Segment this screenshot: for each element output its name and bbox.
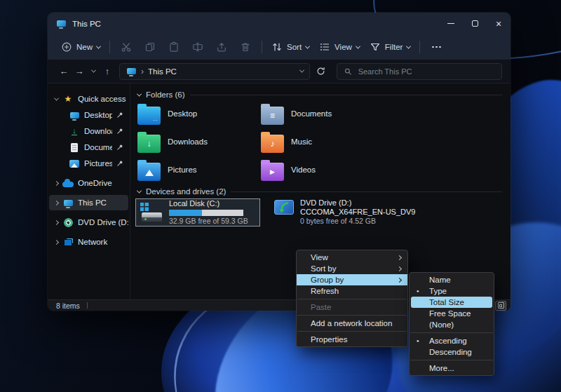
menu-separator (410, 332, 493, 333)
filter-button[interactable]: Filter (365, 38, 416, 56)
collapse-chevron-icon[interactable] (137, 91, 142, 96)
back-button[interactable]: ← (56, 66, 72, 76)
this-pc-icon (55, 20, 67, 27)
search-box[interactable] (337, 63, 502, 80)
paste-button[interactable] (164, 38, 184, 56)
up-button[interactable]: ↑ (100, 66, 115, 76)
copy-button[interactable] (140, 38, 160, 56)
large-icons-view-button[interactable] (495, 301, 506, 311)
network-icon (62, 238, 74, 246)
folder-pictures-icon (137, 163, 161, 181)
menu-item-label: View (311, 253, 328, 262)
folder-tile-pictures[interactable]: Pictures (137, 158, 261, 186)
cut-button[interactable] (116, 38, 136, 56)
drives-section-title: Devices and drives (2) (146, 187, 226, 196)
menu-item-label: (None) (429, 320, 454, 329)
menu-item-more[interactable]: More... (410, 363, 494, 374)
chevron-right-icon[interactable] (54, 239, 59, 244)
folder-desktop-icon: ∙∙ (137, 107, 161, 125)
menu-item-refresh[interactable]: Refresh (297, 285, 407, 297)
menu-item-add-a-network-location[interactable]: Add a network location (297, 318, 407, 329)
view-button[interactable]: View (314, 38, 365, 56)
chevron-right-icon[interactable] (54, 219, 59, 224)
chevron-down-icon[interactable] (299, 68, 304, 73)
menu-item-group-by[interactable]: Group by (297, 274, 407, 285)
delete-button[interactable] (236, 38, 255, 56)
sidebar-item-label: Documents (84, 143, 112, 151)
menu-item-label: More... (429, 364, 454, 372)
maximize-button[interactable] (463, 13, 487, 34)
folder-tile-downloads[interactable]: ↓Downloads (137, 130, 261, 158)
folder-tile-videos[interactable]: ▶Videos (261, 158, 384, 186)
sidebar-item-documents[interactable]: Documents (49, 140, 128, 155)
sidebar-item-desktop[interactable]: Desktop (49, 107, 128, 123)
radio-dot-icon: ● (417, 289, 419, 293)
menu-item-total-size[interactable]: Total Size (411, 297, 492, 308)
menu-item-none[interactable]: (None) (410, 319, 494, 330)
capacity-bar-fill (169, 210, 202, 216)
item-count: 8 items (56, 302, 80, 310)
titlebar[interactable]: This PC × (48, 13, 511, 34)
folder-tile-music[interactable]: ♪Music (261, 130, 384, 158)
chevron-right-icon[interactable] (54, 200, 59, 205)
folder-tile-label: Desktop (168, 109, 197, 118)
drive-tile-dvd-drive-d[interactable]: DVD Drive (D:)CCCOMA_X64FRE_EN-US_DV90 b… (274, 198, 415, 226)
sidebar-item-network[interactable]: Network (49, 234, 128, 250)
sidebar-item-onedrive[interactable]: OneDrive (49, 175, 128, 191)
command-bar: New Sort View Filter (48, 34, 511, 60)
search-icon (344, 67, 353, 76)
share-button[interactable] (212, 38, 231, 56)
chevron-down-icon[interactable] (54, 95, 59, 100)
sidebar-item-label: Pictures (84, 159, 112, 168)
folder-tile-label: Downloads (168, 137, 208, 146)
minimize-button[interactable] (439, 13, 463, 34)
drive-free-space: 0 bytes free of 4.52 GB (300, 217, 415, 226)
pin-icon (116, 144, 123, 151)
window-content: ★Quick accessDesktopDownloadsDocumentsPi… (48, 83, 511, 299)
menu-item-ascending[interactable]: ●Ascending (410, 335, 494, 346)
drive-tile-local-disk-c[interactable]: Local Disk (C:)32.9 GB free of 59.3 GB (135, 198, 260, 227)
drive-subtitle: CCCOMA_X64FRE_EN-US_DV9 (300, 208, 415, 217)
close-button[interactable]: × (487, 13, 511, 34)
rename-button[interactable] (188, 38, 208, 56)
sidebar-item-this-pc[interactable]: This PC (49, 195, 128, 210)
menu-item-free-space[interactable]: Free Space (410, 308, 494, 319)
chevron-right-icon (397, 266, 402, 271)
menu-item-label: Total Size (429, 298, 464, 306)
menu-item-view[interactable]: View (297, 252, 407, 263)
star-icon: ★ (62, 94, 74, 104)
folder-tile-label: Videos (291, 165, 316, 174)
refresh-button[interactable] (311, 66, 330, 76)
menu-item-properties[interactable]: Properties (297, 334, 407, 345)
menu-item-name[interactable]: Name (410, 274, 494, 285)
sort-button[interactable]: Sort (266, 38, 314, 56)
search-input[interactable] (358, 67, 495, 76)
folder-tile-documents[interactable]: ≡Documents (261, 102, 384, 130)
cut-icon (121, 41, 132, 53)
menu-item-descending[interactable]: Descending (410, 346, 494, 358)
folder-tile-desktop[interactable]: ∙∙Desktop (137, 102, 261, 130)
more-options-button[interactable] (426, 38, 446, 56)
sidebar-item-pictures[interactable]: Pictures (49, 156, 128, 171)
menu-item-sort-by[interactable]: Sort by (297, 263, 407, 274)
collapse-chevron-icon[interactable] (137, 188, 142, 193)
folders-grid: ∙∙Desktop≡Documents↓Downloads♪MusicPictu… (137, 102, 384, 186)
chevron-right-icon[interactable] (54, 180, 59, 185)
sidebar-item-quick-access[interactable]: ★Quick access (49, 91, 128, 107)
address-bar[interactable]: › This PC (119, 63, 310, 80)
recent-locations-button[interactable] (87, 69, 100, 73)
forward-button[interactable]: → (72, 66, 87, 76)
menu-item-label: Name (429, 276, 451, 284)
new-button[interactable]: New (56, 38, 105, 56)
menu-item-type[interactable]: ●Type (410, 285, 494, 297)
drives-section-header[interactable]: Devices and drives (2) (137, 187, 502, 196)
breadcrumb[interactable]: This PC (148, 67, 177, 76)
folders-section-header[interactable]: Folders (6) (137, 90, 502, 99)
sidebar-item-downloads[interactable]: Downloads (49, 123, 128, 139)
sidebar-item-dvd-drive-d-ccco[interactable]: DVD Drive (D:) CCCO (49, 215, 128, 230)
chevron-right-icon (397, 277, 402, 282)
menu-item-paste[interactable]: Paste (297, 302, 407, 313)
chevron-down-icon (305, 43, 310, 48)
rename-icon (192, 41, 203, 53)
hard-drive-icon (140, 203, 163, 222)
